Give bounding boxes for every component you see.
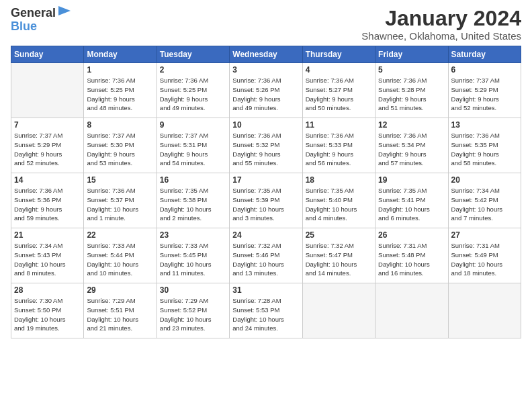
cell-info: Sunrise: 7:32 AMSunset: 5:47 PMDaylight:… <box>306 241 372 278</box>
day-number: 23 <box>160 230 226 240</box>
cell-info: Sunrise: 7:28 AMSunset: 5:53 PMDaylight:… <box>232 296 299 333</box>
day-number: 4 <box>306 65 372 75</box>
day-number: 26 <box>378 230 445 240</box>
day-number: 14 <box>14 175 81 185</box>
calendar-cell: 25Sunrise: 7:32 AMSunset: 5:47 PMDayligh… <box>302 228 375 283</box>
cell-info: Sunrise: 7:36 AMSunset: 5:32 PMDaylight:… <box>232 131 299 168</box>
calendar-cell: 15Sunrise: 7:36 AMSunset: 5:37 PMDayligh… <box>84 173 157 228</box>
calendar-cell: 18Sunrise: 7:35 AMSunset: 5:40 PMDayligh… <box>302 173 375 228</box>
cell-info: Sunrise: 7:29 AMSunset: 5:51 PMDaylight:… <box>87 296 153 333</box>
day-number: 12 <box>378 120 445 130</box>
calendar-cell: 13Sunrise: 7:36 AMSunset: 5:35 PMDayligh… <box>448 118 521 173</box>
header: General Blue January 2024 Shawnee, Oklah… <box>11 7 521 42</box>
calendar-cell: 30Sunrise: 7:29 AMSunset: 5:52 PMDayligh… <box>157 283 229 338</box>
cell-info: Sunrise: 7:37 AMSunset: 5:29 PMDaylight:… <box>14 131 81 168</box>
day-number: 22 <box>87 230 153 240</box>
calendar-cell: 2Sunrise: 7:36 AMSunset: 5:25 PMDaylight… <box>157 63 229 118</box>
week-row-4: 21Sunrise: 7:34 AMSunset: 5:43 PMDayligh… <box>11 228 521 283</box>
day-number: 13 <box>451 120 518 130</box>
cell-info: Sunrise: 7:37 AMSunset: 5:31 PMDaylight:… <box>160 131 226 168</box>
cell-info: Sunrise: 7:36 AMSunset: 5:34 PMDaylight:… <box>378 131 445 168</box>
day-number: 8 <box>87 120 153 130</box>
day-number: 2 <box>160 65 226 75</box>
day-number: 31 <box>232 285 299 295</box>
cell-info: Sunrise: 7:36 AMSunset: 5:33 PMDaylight:… <box>306 131 372 168</box>
calendar-cell: 31Sunrise: 7:28 AMSunset: 5:53 PMDayligh… <box>230 283 302 338</box>
header-cell-tuesday: Tuesday <box>157 46 229 63</box>
calendar-cell: 14Sunrise: 7:36 AMSunset: 5:36 PMDayligh… <box>11 173 84 228</box>
logo-text-blue: Blue <box>11 20 37 34</box>
calendar-table: SundayMondayTuesdayWednesdayThursdayFrid… <box>11 46 521 338</box>
calendar-cell: 21Sunrise: 7:34 AMSunset: 5:43 PMDayligh… <box>11 228 84 283</box>
week-row-2: 7Sunrise: 7:37 AMSunset: 5:29 PMDaylight… <box>11 118 521 173</box>
calendar-cell: 19Sunrise: 7:35 AMSunset: 5:41 PMDayligh… <box>375 173 448 228</box>
day-number: 19 <box>378 175 445 185</box>
calendar-cell: 3Sunrise: 7:36 AMSunset: 5:26 PMDaylight… <box>230 63 302 118</box>
cell-info: Sunrise: 7:36 AMSunset: 5:25 PMDaylight:… <box>160 76 226 113</box>
day-number: 28 <box>14 285 81 295</box>
cell-info: Sunrise: 7:32 AMSunset: 5:46 PMDaylight:… <box>232 241 299 278</box>
cell-info: Sunrise: 7:36 AMSunset: 5:35 PMDaylight:… <box>451 131 518 168</box>
cell-info: Sunrise: 7:36 AMSunset: 5:28 PMDaylight:… <box>378 76 445 113</box>
calendar-cell: 6Sunrise: 7:37 AMSunset: 5:29 PMDaylight… <box>448 63 521 118</box>
header-cell-thursday: Thursday <box>302 46 375 63</box>
calendar-cell <box>448 283 521 338</box>
calendar-cell: 4Sunrise: 7:36 AMSunset: 5:27 PMDaylight… <box>302 63 375 118</box>
header-row: SundayMondayTuesdayWednesdayThursdayFrid… <box>11 46 521 63</box>
cell-info: Sunrise: 7:35 AMSunset: 5:40 PMDaylight:… <box>306 186 372 223</box>
calendar-cell: 10Sunrise: 7:36 AMSunset: 5:32 PMDayligh… <box>230 118 302 173</box>
logo-text-general: General <box>11 7 56 20</box>
cell-info: Sunrise: 7:31 AMSunset: 5:49 PMDaylight:… <box>451 241 518 278</box>
cell-info: Sunrise: 7:30 AMSunset: 5:50 PMDaylight:… <box>14 296 81 333</box>
cell-info: Sunrise: 7:31 AMSunset: 5:48 PMDaylight:… <box>378 241 445 278</box>
calendar-cell: 20Sunrise: 7:34 AMSunset: 5:42 PMDayligh… <box>448 173 521 228</box>
calendar-cell: 26Sunrise: 7:31 AMSunset: 5:48 PMDayligh… <box>375 228 448 283</box>
cell-info: Sunrise: 7:36 AMSunset: 5:27 PMDaylight:… <box>306 76 372 113</box>
month-title: January 2024 <box>361 7 521 30</box>
cell-info: Sunrise: 7:35 AMSunset: 5:38 PMDaylight:… <box>160 186 226 223</box>
calendar-cell: 11Sunrise: 7:36 AMSunset: 5:33 PMDayligh… <box>302 118 375 173</box>
calendar-cell: 27Sunrise: 7:31 AMSunset: 5:49 PMDayligh… <box>448 228 521 283</box>
day-number: 29 <box>87 285 153 295</box>
calendar-cell: 9Sunrise: 7:37 AMSunset: 5:31 PMDaylight… <box>157 118 229 173</box>
day-number: 17 <box>232 175 299 185</box>
calendar-cell: 7Sunrise: 7:37 AMSunset: 5:29 PMDaylight… <box>11 118 84 173</box>
day-number: 16 <box>160 175 226 185</box>
calendar-cell: 23Sunrise: 7:33 AMSunset: 5:45 PMDayligh… <box>157 228 229 283</box>
day-number: 11 <box>306 120 372 130</box>
location-title: Shawnee, Oklahoma, United States <box>361 30 521 42</box>
day-number: 24 <box>232 230 299 240</box>
cell-info: Sunrise: 7:37 AMSunset: 5:30 PMDaylight:… <box>87 131 153 168</box>
calendar-cell: 1Sunrise: 7:36 AMSunset: 5:25 PMDaylight… <box>84 63 157 118</box>
cell-info: Sunrise: 7:33 AMSunset: 5:44 PMDaylight:… <box>87 241 153 278</box>
day-number: 25 <box>306 230 372 240</box>
cell-info: Sunrise: 7:33 AMSunset: 5:45 PMDaylight:… <box>160 241 226 278</box>
cell-info: Sunrise: 7:35 AMSunset: 5:39 PMDaylight:… <box>232 186 299 223</box>
calendar-cell: 5Sunrise: 7:36 AMSunset: 5:28 PMDaylight… <box>375 63 448 118</box>
calendar-cell: 29Sunrise: 7:29 AMSunset: 5:51 PMDayligh… <box>84 283 157 338</box>
header-cell-wednesday: Wednesday <box>230 46 302 63</box>
day-number: 27 <box>451 230 518 240</box>
week-row-5: 28Sunrise: 7:30 AMSunset: 5:50 PMDayligh… <box>11 283 521 338</box>
header-cell-monday: Monday <box>84 46 157 63</box>
day-number: 9 <box>160 120 226 130</box>
cell-info: Sunrise: 7:36 AMSunset: 5:37 PMDaylight:… <box>87 186 153 223</box>
title-block: January 2024 Shawnee, Oklahoma, United S… <box>361 7 521 42</box>
cell-info: Sunrise: 7:36 AMSunset: 5:26 PMDaylight:… <box>232 76 299 113</box>
cell-info: Sunrise: 7:36 AMSunset: 5:25 PMDaylight:… <box>87 76 153 113</box>
day-number: 18 <box>306 175 372 185</box>
calendar-cell: 8Sunrise: 7:37 AMSunset: 5:30 PMDaylight… <box>84 118 157 173</box>
cell-info: Sunrise: 7:34 AMSunset: 5:43 PMDaylight:… <box>14 241 81 278</box>
cell-info: Sunrise: 7:34 AMSunset: 5:42 PMDaylight:… <box>451 186 518 223</box>
cell-info: Sunrise: 7:29 AMSunset: 5:52 PMDaylight:… <box>160 296 226 333</box>
calendar-cell: 12Sunrise: 7:36 AMSunset: 5:34 PMDayligh… <box>375 118 448 173</box>
header-cell-friday: Friday <box>375 46 448 63</box>
header-cell-sunday: Sunday <box>11 46 84 63</box>
svg-marker-0 <box>58 6 71 15</box>
calendar-cell: 22Sunrise: 7:33 AMSunset: 5:44 PMDayligh… <box>84 228 157 283</box>
cell-info: Sunrise: 7:35 AMSunset: 5:41 PMDaylight:… <box>378 186 445 223</box>
day-number: 20 <box>451 175 518 185</box>
day-number: 15 <box>87 175 153 185</box>
page-container: General Blue January 2024 Shawnee, Oklah… <box>0 0 532 345</box>
week-row-1: 1Sunrise: 7:36 AMSunset: 5:25 PMDaylight… <box>11 63 521 118</box>
